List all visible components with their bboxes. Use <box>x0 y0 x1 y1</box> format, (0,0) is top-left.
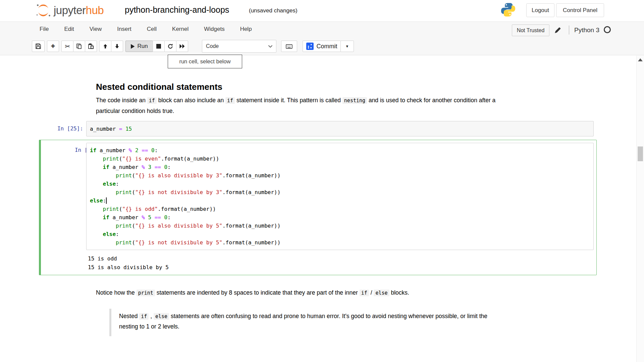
save-icon <box>35 43 41 49</box>
play-icon <box>130 44 135 49</box>
save-button[interactable] <box>32 41 45 52</box>
menu-item-widgets[interactable]: Widgets <box>196 26 232 33</box>
arrow-down-icon <box>114 43 120 49</box>
plus-icon: + <box>51 43 55 50</box>
jupyterhub-logo-text: jupyterhub <box>54 4 104 17</box>
arrow-up-icon <box>102 43 108 49</box>
scissors-icon: ✂ <box>65 43 70 50</box>
keyboard-icon <box>286 44 292 49</box>
copy-cell-button[interactable] <box>73 41 85 52</box>
scrollbar-up-arrow-icon[interactable] <box>638 58 643 61</box>
cell-type-value: Code <box>206 43 219 49</box>
command-palette-button[interactable] <box>281 41 297 52</box>
chevron-down-icon <box>268 45 273 48</box>
interrupt-kernel-button[interactable] <box>153 41 165 52</box>
menu-item-file[interactable]: File <box>32 26 56 33</box>
menubar: FileEditViewInsertCellKernelWidgetsHelp <box>32 21 260 37</box>
trust-status-button[interactable]: Not Trusted <box>512 24 549 36</box>
caret-down-icon: ▼ <box>345 44 349 48</box>
stop-icon <box>156 44 161 49</box>
intro-paragraph: The code inside an if block can also inc… <box>96 95 588 116</box>
input-prompt-25: In [25]: <box>32 125 83 132</box>
scrollbar-thumb[interactable] <box>638 146 643 161</box>
edit-pencil-icon[interactable] <box>554 26 561 34</box>
kernel-name: Python 3 <box>574 26 599 34</box>
commit-button[interactable]: Commit <box>303 41 341 52</box>
menu-item-edit[interactable]: Edit <box>56 26 82 33</box>
cut-cell-button[interactable]: ✂ <box>61 41 73 52</box>
menu-item-kernel[interactable]: Kernel <box>164 26 196 33</box>
refresh-icon <box>167 43 173 49</box>
run-button-label: Run <box>137 43 148 50</box>
jupyterhub-logo-icon <box>36 3 51 18</box>
menu-item-cell[interactable]: Cell <box>139 26 164 33</box>
move-cell-down-button[interactable] <box>111 41 123 52</box>
menubar-divider <box>569 25 569 35</box>
section-heading-nested: Nested conditional statements <box>96 82 222 92</box>
add-cell-button[interactable]: + <box>47 41 59 52</box>
logout-button[interactable]: Logout <box>526 3 554 17</box>
menu-item-view[interactable]: View <box>82 26 110 33</box>
paste-icon <box>88 43 94 49</box>
kernel-idle-indicator-icon <box>604 26 611 33</box>
python-logo-icon <box>500 2 516 17</box>
run-button-tooltip: run cell, select below <box>168 55 242 68</box>
control-panel-button[interactable]: Control Panel <box>556 3 604 17</box>
header: jupyterhub python-branching-and-loops (u… <box>0 0 644 21</box>
paste-cell-button[interactable] <box>85 41 97 52</box>
run-button[interactable]: Run <box>125 41 153 52</box>
code-cell-25[interactable]: a_number = 15 <box>86 121 594 136</box>
toolbar: + ✂ <box>32 41 356 52</box>
cell-26-output: 15 is odd15 is also divisible by 5 <box>88 254 169 272</box>
menu-item-insert[interactable]: Insert <box>109 26 139 33</box>
blockquote-nesting-advice: Nested if , else statements are often co… <box>109 309 580 336</box>
cell-type-select[interactable]: Code <box>202 40 276 53</box>
commit-icon <box>306 43 314 50</box>
restart-run-all-button[interactable] <box>176 41 188 52</box>
restart-kernel-button[interactable] <box>164 41 176 52</box>
notice-paragraph: Notice how the print statements are inde… <box>96 289 409 296</box>
fast-forward-icon <box>179 44 185 49</box>
code-cell-26-selected[interactable]: In [26]: if a_number % 2 == 0: print("{}… <box>39 140 597 275</box>
code-cell-26-editor[interactable]: if a_number % 2 == 0: print("{} is even"… <box>86 143 594 250</box>
copy-icon <box>76 43 82 49</box>
notebook-title[interactable]: python-branching-and-loops <box>125 5 229 15</box>
jupyterhub-logo[interactable]: jupyterhub <box>36 3 104 18</box>
section-heading-shorthand: Shorthand if conditional expression <box>96 360 252 362</box>
save-status: (unsaved changes) <box>249 7 298 14</box>
commit-options-button[interactable]: ▼ <box>340 41 354 52</box>
menu-item-help[interactable]: Help <box>232 26 260 33</box>
commit-button-label: Commit <box>317 43 337 50</box>
move-cell-up-button[interactable] <box>99 41 111 52</box>
vertical-scrollbar[interactable] <box>636 56 644 362</box>
jupyterhub-notebook-page: jupyterhub python-branching-and-loops (u… <box>0 0 644 362</box>
